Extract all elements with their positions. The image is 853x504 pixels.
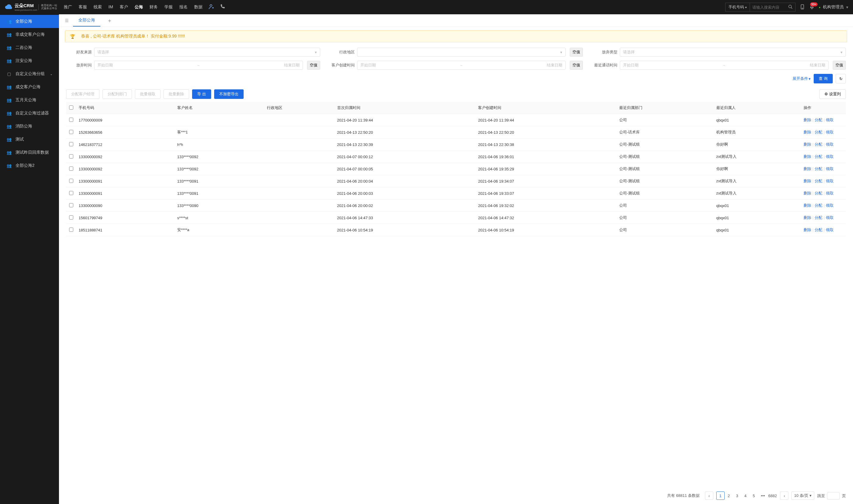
take-link[interactable]: 领取 xyxy=(826,130,834,134)
row-select[interactable] xyxy=(69,154,73,159)
sidebar-item[interactable]: 👥测试昨日回库数据 xyxy=(0,146,59,159)
export-plain-button[interactable]: 不加密导出 xyxy=(214,89,243,99)
page-num[interactable]: 4 xyxy=(741,491,750,500)
last-call-range[interactable]: 开始日期~结束日期 xyxy=(620,61,829,70)
delete-link[interactable]: 删除 xyxy=(803,118,811,122)
assign-link[interactable]: 分配 xyxy=(815,166,822,171)
search-input[interactable] xyxy=(750,5,786,10)
abandon-type-select[interactable]: 请选择▾ xyxy=(620,48,846,57)
row-select[interactable] xyxy=(69,215,73,219)
assign-link[interactable]: 分配 xyxy=(815,130,822,134)
delete-link[interactable]: 删除 xyxy=(803,203,811,208)
delete-link[interactable]: 删除 xyxy=(803,191,811,195)
nav-客户[interactable]: 客户 xyxy=(119,3,129,11)
page-num[interactable]: 3 xyxy=(733,491,741,500)
refresh-button[interactable]: ↻ xyxy=(836,74,846,84)
user-add-icon[interactable] xyxy=(208,4,215,11)
delete-link[interactable]: 删除 xyxy=(803,215,811,220)
sidebar-item[interactable]: 👥注安公海 xyxy=(0,54,59,67)
null-button[interactable]: 空值 xyxy=(307,61,320,70)
source-select[interactable]: 请选择▾ xyxy=(94,48,320,57)
page-num[interactable]: 5 xyxy=(750,491,758,500)
sidebar-item[interactable]: 👥全部公海 xyxy=(0,15,59,28)
search-icon[interactable] xyxy=(786,4,795,10)
last-page[interactable]: 6882 xyxy=(768,491,777,500)
sidebar-item[interactable]: 👥成交客户公海 xyxy=(0,80,59,93)
nav-线索[interactable]: 线索 xyxy=(93,3,103,11)
tab-add-button[interactable]: ＋ xyxy=(107,17,112,24)
sidebar-item[interactable]: 👥非成交客户公海 xyxy=(0,28,59,41)
search-type-select[interactable]: 手机号码 ▾ xyxy=(726,3,750,11)
take-link[interactable]: 领取 xyxy=(826,118,834,122)
take-link[interactable]: 领取 xyxy=(826,203,834,208)
create-time-range[interactable]: 开始日期~结束日期 xyxy=(357,61,566,70)
take-link[interactable]: 领取 xyxy=(826,142,834,147)
phone-icon[interactable] xyxy=(220,4,225,11)
delete-link[interactable]: 删除 xyxy=(803,142,811,147)
row-select[interactable] xyxy=(69,203,73,207)
page-num[interactable]: 2 xyxy=(725,491,733,500)
select-all[interactable] xyxy=(69,105,73,110)
nav-报名[interactable]: 报名 xyxy=(179,3,188,11)
assign-link[interactable]: 分配 xyxy=(815,142,822,147)
delete-link[interactable]: 删除 xyxy=(803,154,811,159)
set-columns-button[interactable]: ⚙ 设置列 xyxy=(819,89,846,99)
page-jump-input[interactable] xyxy=(827,492,840,500)
assign-link[interactable]: 分配 xyxy=(815,154,822,159)
assign-link[interactable]: 分配 xyxy=(815,191,822,195)
next-page[interactable]: › xyxy=(780,491,788,500)
batch-take-button[interactable]: 批量领取 xyxy=(135,89,161,99)
delete-link[interactable]: 删除 xyxy=(803,130,811,134)
list-icon[interactable]: ☰ xyxy=(62,16,72,25)
null-button[interactable]: 空值 xyxy=(570,48,583,57)
assign-link[interactable]: 分配 xyxy=(815,228,822,232)
export-button[interactable]: 导 出 xyxy=(192,89,211,99)
sidebar-item[interactable]: 👥二咨公海 xyxy=(0,41,59,54)
assign-link[interactable]: 分配 xyxy=(815,215,822,220)
assign-dept-button[interactable]: 分配到部门 xyxy=(103,89,132,99)
sidebar-item[interactable]: 👥消防公海 xyxy=(0,120,59,133)
nav-IM[interactable]: IM xyxy=(108,3,114,11)
sidebar-item[interactable]: 👥测试 xyxy=(0,133,59,146)
nav-推广[interactable]: 推广 xyxy=(63,3,73,11)
abandon-time-range[interactable]: 开始日期~结束日期 xyxy=(94,61,303,70)
query-button[interactable]: 查 询 xyxy=(814,74,833,84)
batch-delete-button[interactable]: 批量删除 xyxy=(164,89,189,99)
row-select[interactable] xyxy=(69,130,73,134)
sidebar-item[interactable]: 👥全部公海2 xyxy=(0,159,59,172)
take-link[interactable]: 领取 xyxy=(826,166,834,171)
delete-link[interactable]: 删除 xyxy=(803,228,811,232)
delete-link[interactable]: 删除 xyxy=(803,166,811,171)
null-button[interactable]: 空值 xyxy=(833,61,846,70)
sidebar-item[interactable]: 👥五月天公海 xyxy=(0,93,59,107)
delete-link[interactable]: 删除 xyxy=(803,179,811,183)
take-link[interactable]: 领取 xyxy=(826,154,834,159)
take-link[interactable]: 领取 xyxy=(826,191,834,195)
region-select[interactable]: ▾ xyxy=(357,48,566,57)
row-select[interactable] xyxy=(69,228,73,232)
assign-link[interactable]: 分配 xyxy=(815,118,822,122)
prev-page[interactable]: ‹ xyxy=(705,491,713,500)
take-link[interactable]: 领取 xyxy=(826,179,834,183)
bell-icon[interactable]: 99+ xyxy=(809,4,815,11)
admin-menu[interactable]: 机构管理员 ▾ xyxy=(819,4,848,10)
nav-学服[interactable]: 学服 xyxy=(164,3,173,11)
take-link[interactable]: 领取 xyxy=(826,215,834,220)
assign-manager-button[interactable]: 分配客户经理 xyxy=(66,89,99,99)
nav-客服[interactable]: 客服 xyxy=(78,3,88,11)
sidebar-item[interactable]: 👥自定义公海过滤器 xyxy=(0,107,59,120)
expand-filters[interactable]: 展开条件▾ xyxy=(793,76,811,81)
page-num[interactable]: 1 xyxy=(716,491,725,500)
row-select[interactable] xyxy=(69,118,73,122)
per-page-select[interactable]: 10 条/页 ▾ xyxy=(791,491,814,500)
assign-link[interactable]: 分配 xyxy=(815,179,822,183)
null-button[interactable]: 空值 xyxy=(570,61,583,70)
sidebar-item[interactable]: ▢自定义公海分组⌄ xyxy=(0,67,59,80)
row-select[interactable] xyxy=(69,191,73,195)
row-select[interactable] xyxy=(69,166,73,171)
assign-link[interactable]: 分配 xyxy=(815,203,822,208)
row-select[interactable] xyxy=(69,142,73,146)
nav-公海[interactable]: 公海 xyxy=(134,3,144,11)
nav-数据[interactable]: 数据 xyxy=(194,3,203,11)
tab-active[interactable]: 全部公海 xyxy=(73,15,101,26)
